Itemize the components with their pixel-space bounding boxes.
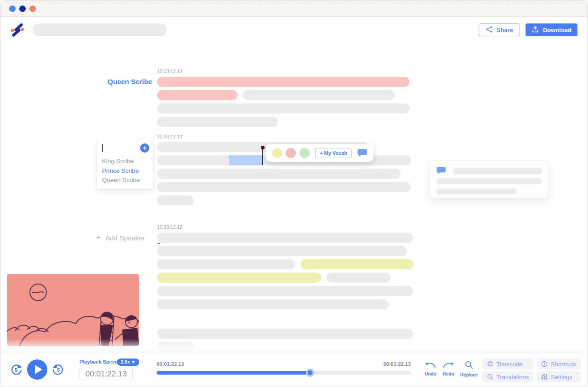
download-icon — [531, 26, 539, 34]
transcript-line — [157, 286, 414, 296]
text-placeholder-bar[interactable] — [157, 195, 194, 205]
text-placeholder-bar[interactable] — [157, 246, 407, 256]
redo-button[interactable]: Redo — [438, 360, 459, 376]
text-placeholder-bar[interactable] — [157, 299, 389, 309]
traffic-light-blue-icon[interactable] — [9, 6, 16, 12]
highlighted-text-pink[interactable] — [157, 90, 237, 100]
transcript-line — [157, 329, 414, 339]
transcript-line — [157, 90, 414, 100]
undo-icon — [424, 360, 437, 369]
share-button-label: Share — [497, 27, 513, 34]
svg-text:!: ! — [544, 362, 545, 366]
speaker-label[interactable]: Queen Scribe — [28, 78, 152, 85]
text-placeholder-bar[interactable] — [157, 103, 409, 114]
app-window: Share Download Queen Scribe + King Scrib… — [0, 0, 588, 387]
text-placeholder-bar[interactable] — [157, 329, 413, 339]
skip-forward-5-button[interactable]: 5 — [51, 363, 64, 376]
highlighted-text-yellow[interactable] — [157, 273, 321, 283]
share-icon — [486, 26, 493, 34]
transcript-line — [157, 246, 414, 256]
text-placeholder-bar[interactable] — [157, 259, 295, 269]
total-time: 00:01:22.13 — [157, 361, 411, 367]
app-logo-icon — [10, 22, 25, 40]
timestamp[interactable]: 10:33:12.12 — [157, 69, 414, 75]
transcript-block-3: 10:33:12.12 — [157, 225, 414, 355]
transcript-line — [157, 169, 414, 179]
comment-text-placeholder — [436, 178, 542, 184]
text-placeholder-bar[interactable] — [157, 342, 194, 352]
video-thumbnail[interactable] — [7, 274, 139, 346]
text-selection — [229, 155, 263, 165]
transcript-line — [157, 182, 414, 192]
transcript-line — [157, 195, 414, 205]
traffic-light-navy-icon[interactable] — [19, 6, 26, 12]
shortcuts-button[interactable]: ! Shortcuts — [537, 359, 581, 370]
my-vocab-button[interactable]: + My Vocab — [315, 148, 352, 158]
playback-speed-selector[interactable]: 2.0x ▼ — [117, 359, 139, 366]
add-comment-icon[interactable] — [357, 148, 368, 157]
playback-speed-label: Playback Speed — [79, 359, 118, 364]
settings-button[interactable]: Settings — [537, 371, 581, 382]
play-button[interactable] — [27, 359, 47, 380]
progress-track[interactable] — [157, 371, 411, 375]
replace-button[interactable]: Replace — [458, 360, 480, 377]
transcript-line — [157, 273, 414, 283]
window-titlebar[interactable] — [0, 0, 588, 17]
svg-text:5: 5 — [15, 367, 17, 373]
transcript-line — [157, 103, 414, 114]
highlighted-text-pink[interactable] — [157, 77, 409, 87]
text-placeholder-bar[interactable] — [327, 273, 390, 283]
plus-icon: + — [96, 233, 101, 242]
app-header: Share Download — [0, 17, 588, 42]
highlight-yellow-button[interactable] — [272, 148, 282, 158]
add-speaker-confirm-button[interactable]: + — [140, 143, 149, 153]
selection-toolbar: + My Vocab — [266, 144, 373, 162]
speaker-dropdown: + King Scribe Prince Scribe Queen Scribe — [96, 140, 153, 190]
download-button-label: Download — [543, 27, 571, 34]
player-bar: 5 5 Playback Speed 2.0x ▼ 00:01:22.13 00… — [0, 353, 588, 387]
traffic-light-red-icon[interactable] — [29, 6, 36, 12]
text-placeholder-bar[interactable] — [157, 286, 413, 296]
text-placeholder-bar[interactable] — [157, 233, 413, 243]
highlight-green-button[interactable] — [300, 148, 310, 158]
comment-card[interactable] — [429, 160, 549, 198]
settings-sliders-icon — [541, 374, 548, 380]
transcript-line — [157, 117, 414, 127]
add-speaker-label: Add Speaker — [105, 234, 145, 242]
text-placeholder-bar[interactable] — [157, 182, 411, 192]
shortcuts-icon: ! — [541, 361, 548, 367]
document-title-placeholder[interactable] — [33, 23, 167, 36]
skip-back-5-button[interactable]: 5 — [10, 363, 23, 376]
highlighted-text-yellow[interactable] — [300, 259, 413, 269]
player-options: 5 Timecode ! Shortcuts Translations — [482, 359, 581, 382]
add-speaker-button[interactable]: + Add Speaker — [96, 233, 145, 242]
text-cursor — [102, 144, 103, 152]
transcript-area: Queen Scribe + King Scribe Prince Scribe… — [0, 42, 588, 354]
share-button[interactable]: Share — [479, 23, 520, 36]
speaker-option-king[interactable]: King Scribe — [96, 157, 153, 166]
svg-text:5: 5 — [489, 363, 491, 366]
speaker-option-queen[interactable]: Queen Scribe — [96, 176, 153, 185]
timecode-input[interactable] — [79, 368, 133, 380]
timestamp[interactable]: 10:33:12.12 — [157, 134, 414, 140]
text-placeholder-bar[interactable] — [243, 90, 395, 100]
transcript-block-1: 10:33:12.12 — [157, 69, 414, 130]
svg-text:5: 5 — [57, 367, 60, 373]
playhead-cursor[interactable] — [262, 148, 263, 165]
text-placeholder-bar[interactable] — [157, 117, 278, 127]
translations-search-icon — [487, 374, 493, 380]
translations-button[interactable]: Translations — [482, 371, 533, 382]
speaker-option-prince[interactable]: Prince Scribe — [96, 166, 153, 176]
transcript-lines — [157, 77, 414, 127]
download-button[interactable]: Download — [526, 23, 577, 36]
transcript-line — [157, 342, 414, 352]
progress-fill — [157, 371, 310, 375]
timecode-button[interactable]: 5 Timecode — [482, 359, 533, 370]
progress-handle[interactable] — [306, 369, 314, 377]
speaker-name-input[interactable]: + — [100, 143, 150, 154]
search-icon — [464, 360, 474, 370]
highlight-pink-button[interactable] — [286, 148, 296, 158]
redo-icon — [442, 360, 455, 369]
timestamp[interactable]: 10:33:12.12 — [157, 225, 414, 231]
text-placeholder-bar[interactable] — [157, 169, 401, 179]
